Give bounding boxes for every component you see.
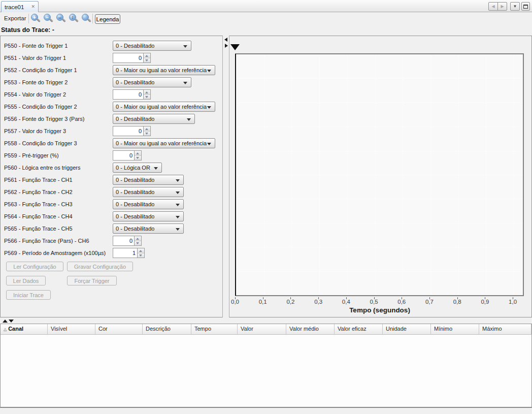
column-header-2[interactable]: Cor — [95, 324, 143, 335]
x-axis-tick-label: 0,3 — [310, 299, 327, 305]
collapse-down-icon[interactable] — [9, 320, 14, 323]
iniciar-trace-button[interactable]: Iniciar Trace — [6, 290, 51, 300]
spinner-up-icon[interactable] — [144, 90, 150, 95]
gridline-horizontal — [237, 199, 522, 199]
param-dropdown[interactable]: 0 - Lógica OR — [113, 163, 162, 173]
param-label: P554 - Valor do Trigger 2 — [4, 91, 111, 99]
param-label: P557 - Valor do Trigger 3 — [4, 128, 111, 135]
param-spinner[interactable]: 0 — [113, 126, 151, 136]
param-dropdown[interactable]: 0 - Desabilitado — [113, 114, 195, 124]
param-dropdown[interactable]: 0 - Maior ou igual ao valor referência — [113, 65, 215, 75]
trace-plot-area[interactable] — [235, 53, 524, 296]
gridline-horizontal — [237, 223, 522, 224]
zoom-in-icon[interactable]: + — [30, 13, 41, 24]
param-dropdown[interactable]: 0 - Desabilitado — [113, 224, 184, 234]
param-label: P561 - Função Trace - CH1 — [4, 177, 111, 184]
collapse-up-icon[interactable] — [3, 320, 8, 323]
zoom-vertical-icon[interactable]: ↕ — [69, 13, 79, 24]
param-dropdown[interactable]: 0 - Desabilitado — [113, 77, 191, 87]
param-dropdown[interactable]: 0 - Maior ou igual ao valor referência — [113, 138, 215, 148]
spinner-down-icon[interactable] — [138, 253, 144, 258]
spinner-up-icon[interactable] — [138, 248, 144, 253]
column-header-6[interactable]: Valor médio — [286, 324, 335, 335]
zoom-reset-icon-handle — [87, 18, 91, 22]
table-body[interactable] — [1, 335, 531, 407]
ler-configuracao-button[interactable]: Ler Configuração — [6, 262, 63, 271]
tab-list-button[interactable]: ▼ — [510, 2, 520, 11]
maximize-button[interactable] — [521, 2, 530, 11]
spinner-buttons — [143, 126, 150, 136]
forcar-trigger-button[interactable]: Forçar Trigger — [67, 276, 117, 285]
gridline-horizontal — [237, 151, 522, 151]
ler-dados-button[interactable]: Ler Dados — [6, 276, 46, 285]
spinner-down-icon[interactable] — [135, 156, 141, 161]
chevron-down-icon — [176, 179, 180, 182]
column-header-8[interactable]: Unidade — [383, 324, 431, 335]
column-header-5[interactable]: Valor — [238, 324, 286, 335]
column-header-9[interactable]: Mínimo — [431, 324, 479, 335]
spinner-up-icon[interactable] — [135, 236, 141, 241]
dropdown-selected-value: 0 - Lógica OR — [116, 165, 150, 171]
spinner-down-icon[interactable] — [135, 241, 141, 246]
trigger-marker-icon[interactable] — [230, 44, 240, 50]
spinner-down-icon[interactable] — [144, 95, 150, 100]
dropdown-selected-value: 0 - Desabilitado — [116, 213, 154, 219]
spinner-down-icon[interactable] — [144, 132, 150, 136]
param-label: P560 - Lógica entre os triggers — [4, 165, 111, 172]
column-header-10[interactable]: Máximo — [479, 324, 531, 335]
param-label: P566 - Função Trace (Pars) - CH6 — [4, 238, 111, 245]
toolbar-separator — [92, 14, 93, 23]
column-header-label: Unidade — [386, 326, 407, 332]
param-spinner[interactable]: 1 — [113, 248, 145, 258]
zoom-reset-icon[interactable] — [81, 13, 92, 24]
param-dropdown[interactable]: 0 - Desabilitado — [113, 211, 184, 221]
tab-bar: trace01 ✕ ◀ ▶ ▼ — [0, 0, 532, 12]
gravar-configuracao-button[interactable]: Gravar Configuração — [67, 262, 133, 271]
vertical-splitter[interactable] — [222, 36, 229, 317]
trace-status-label: Status do Trace: - — [1, 26, 54, 34]
trace-window: trace01 ✕ ◀ ▶ ▼ Exportar +−↔↕ Legenda St… — [0, 0, 532, 414]
zoom-out-icon[interactable]: − — [43, 13, 54, 24]
toolbar: Exportar +−↔↕ Legenda — [0, 13, 532, 24]
collapse-left-icon[interactable] — [224, 38, 227, 42]
param-spinner[interactable]: 0 — [113, 236, 142, 246]
column-header-4[interactable]: Tempo — [191, 324, 238, 335]
dropdown-selected-value: 0 - Desabilitado — [116, 226, 154, 232]
spinner-up-icon[interactable] — [144, 53, 150, 58]
zoom-horizontal-icon[interactable]: ↔ — [56, 13, 66, 24]
tab-close-icon[interactable]: ✕ — [31, 5, 35, 9]
spinner-down-icon[interactable] — [144, 58, 150, 63]
x-axis-title: Tempo (segundos) — [339, 306, 421, 314]
param-dropdown[interactable]: 0 - Desabilitado — [113, 187, 184, 197]
column-header-3[interactable]: Descrição — [143, 324, 191, 335]
zoom-horizontal-icon-handle — [62, 18, 66, 22]
scroll-tabs-right-button[interactable]: ▶ — [497, 2, 507, 11]
dropdown-selected-value: 0 - Desabilitado — [116, 177, 154, 183]
spinner-up-icon[interactable] — [135, 151, 141, 156]
column-header-7[interactable]: Valor eficaz — [335, 324, 383, 335]
param-dropdown[interactable]: 0 - Desabilitado — [113, 175, 184, 185]
param-spinner[interactable]: 0 — [113, 89, 151, 100]
column-header-1[interactable]: Visível — [48, 324, 95, 335]
gridline-horizontal — [237, 126, 522, 127]
horizontal-splitter[interactable] — [0, 318, 532, 324]
param-dropdown[interactable]: 0 - Desabilitado — [113, 199, 184, 209]
param-label: P553 - Fonte do Trigger 2 — [4, 79, 111, 86]
param-dropdown[interactable]: 0 - Maior ou igual ao valor referência — [113, 102, 215, 112]
spinner-buttons — [134, 236, 141, 245]
param-dropdown[interactable]: 0 - Desabilitado — [113, 41, 191, 51]
tab-trace01[interactable]: trace01 ✕ — [1, 1, 39, 12]
legenda-toggle-button[interactable]: Legenda — [95, 14, 120, 24]
param-spinner[interactable]: 0 — [113, 150, 142, 161]
table-header-row: △CanalVisívelCorDescriçãoTempoValorValor… — [1, 324, 531, 335]
spinner-up-icon[interactable] — [144, 126, 150, 132]
collapse-right-icon[interactable] — [225, 44, 228, 48]
column-header-0[interactable]: △Canal — [1, 324, 48, 335]
zoom-out-icon-handle — [49, 18, 53, 22]
x-axis-tick-label: 0,6 — [393, 299, 410, 305]
scroll-tabs-left-button[interactable]: ◀ — [488, 2, 498, 11]
sort-ascending-icon: △ — [4, 327, 7, 332]
param-spinner[interactable]: 0 — [113, 53, 151, 63]
column-header-label: Descrição — [146, 326, 171, 332]
exportar-menu-button[interactable]: Exportar — [2, 14, 28, 23]
